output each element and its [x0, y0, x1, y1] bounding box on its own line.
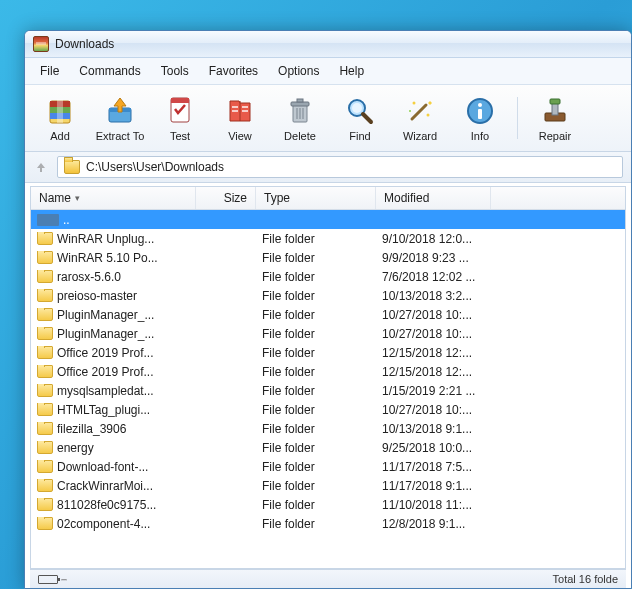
cell-modified: 7/6/2018 12:02 ...: [376, 270, 491, 284]
toolbar: AddExtract ToTestViewDeleteFindWizardInf…: [25, 85, 631, 152]
cell-name: WinRAR 5.10 Po...: [31, 251, 196, 265]
cell-modified: 9/25/2018 10:0...: [376, 441, 491, 455]
table-row[interactable]: PluginManager_...File folder10/27/2018 1…: [31, 305, 625, 324]
wizard-label: Wizard: [403, 130, 437, 142]
file-name: Office 2019 Prof...: [57, 365, 154, 379]
folder-icon: [37, 384, 53, 397]
folder-icon: [37, 460, 53, 473]
menu-options[interactable]: Options: [269, 61, 328, 81]
table-row[interactable]: Download-font-...File folder11/17/2018 7…: [31, 457, 625, 476]
svg-line-21: [363, 114, 371, 122]
cell-modified: 11/10/2018 11:...: [376, 498, 491, 512]
wizard-button[interactable]: Wizard: [393, 91, 447, 145]
menubar: File Commands Tools Favorites Options He…: [25, 58, 631, 85]
cell-type: File folder: [256, 460, 376, 474]
cell-name: ..: [31, 213, 196, 227]
svg-rect-11: [232, 110, 238, 112]
test-button[interactable]: Test: [153, 91, 207, 145]
file-name: 02component-4...: [57, 517, 150, 531]
info-button[interactable]: Info: [453, 91, 507, 145]
cell-type: File folder: [256, 289, 376, 303]
col-size[interactable]: Size: [196, 187, 256, 209]
cell-name: PluginManager_...: [31, 327, 196, 341]
table-row[interactable]: preioso-masterFile folder10/13/2018 3:2.…: [31, 286, 625, 305]
list-body[interactable]: ..WinRAR Unplug...File folder9/10/2018 1…: [31, 210, 625, 568]
folder-icon: [37, 270, 53, 283]
cell-type: File folder: [256, 422, 376, 436]
col-name[interactable]: Name ▾: [31, 187, 196, 209]
statusbar: ⎓ Total 16 folde: [30, 569, 626, 588]
table-row[interactable]: ..: [31, 210, 625, 229]
col-name-label: Name: [39, 191, 71, 205]
cell-modified: 10/13/2018 9:1...: [376, 422, 491, 436]
status-left: ⎓: [38, 574, 67, 585]
table-row[interactable]: 02component-4...File folder12/8/2018 9:1…: [31, 514, 625, 533]
find-button[interactable]: Find: [333, 91, 387, 145]
view-button[interactable]: View: [213, 91, 267, 145]
delete-button[interactable]: Delete: [273, 91, 327, 145]
winrar-icon: [33, 36, 49, 52]
svg-rect-8: [171, 98, 189, 103]
repair-button[interactable]: Repair: [528, 91, 582, 145]
address-box[interactable]: C:\Users\User\Downloads: [57, 156, 623, 178]
cell-name: PluginManager_...: [31, 308, 196, 322]
menu-help[interactable]: Help: [330, 61, 373, 81]
table-row[interactable]: PluginManager_...File folder10/27/2018 1…: [31, 324, 625, 343]
cell-name: Office 2019 Prof...: [31, 365, 196, 379]
svg-rect-28: [478, 109, 482, 119]
folder-icon: [37, 327, 53, 340]
table-row[interactable]: WinRAR Unplug...File folder9/10/2018 12:…: [31, 229, 625, 248]
up-arrow-icon[interactable]: [33, 159, 49, 175]
svg-point-24: [427, 113, 430, 116]
titlebar[interactable]: Downloads: [25, 31, 631, 58]
window-title: Downloads: [55, 37, 114, 51]
find-icon: [344, 95, 376, 127]
cell-modified: 11/17/2018 9:1...: [376, 479, 491, 493]
menu-file[interactable]: File: [31, 61, 68, 81]
cell-name: Office 2019 Prof...: [31, 346, 196, 360]
cell-name: 811028fe0c9175...: [31, 498, 196, 512]
table-row[interactable]: HTMLTag_plugi...File folder10/27/2018 10…: [31, 400, 625, 419]
table-row[interactable]: mysqlsampledat...File folder1/15/2019 2:…: [31, 381, 625, 400]
svg-rect-12: [242, 110, 248, 112]
table-row[interactable]: energyFile folder9/25/2018 10:0...: [31, 438, 625, 457]
cell-type: File folder: [256, 517, 376, 531]
folder-icon: [37, 517, 53, 530]
table-row[interactable]: rarosx-5.6.0File folder7/6/2018 12:02 ..…: [31, 267, 625, 286]
cell-type: File folder: [256, 346, 376, 360]
cell-modified: 1/15/2019 2:21 ...: [376, 384, 491, 398]
file-name: filezilla_3906: [57, 422, 126, 436]
svg-rect-9: [232, 106, 238, 108]
cell-modified: 10/27/2018 10:...: [376, 327, 491, 341]
table-row[interactable]: Office 2019 Prof...File folder12/15/2018…: [31, 343, 625, 362]
cell-name: rarosx-5.6.0: [31, 270, 196, 284]
extract-icon: [104, 95, 136, 127]
col-modified[interactable]: Modified: [376, 187, 491, 209]
test-label: Test: [170, 130, 190, 142]
table-row[interactable]: filezilla_3906File folder10/13/2018 9:1.…: [31, 419, 625, 438]
add-button[interactable]: Add: [33, 91, 87, 145]
col-type[interactable]: Type: [256, 187, 376, 209]
cell-type: File folder: [256, 384, 376, 398]
battery-icon: [38, 575, 58, 584]
menu-commands[interactable]: Commands: [70, 61, 149, 81]
addressbar: C:\Users\User\Downloads: [25, 152, 631, 183]
menu-tools[interactable]: Tools: [152, 61, 198, 81]
extract-button[interactable]: Extract To: [93, 91, 147, 145]
file-name: preioso-master: [57, 289, 137, 303]
table-row[interactable]: CrackWinrarMoi...File folder11/17/2018 9…: [31, 476, 625, 495]
folder-icon: [37, 251, 53, 264]
cell-modified: 9/9/2018 9:23 ...: [376, 251, 491, 265]
table-row[interactable]: WinRAR 5.10 Po...File folder9/9/2018 9:2…: [31, 248, 625, 267]
svg-rect-4: [57, 99, 63, 123]
folder-icon: [37, 365, 53, 378]
table-row[interactable]: 811028fe0c9175...File folder11/10/2018 1…: [31, 495, 625, 514]
cell-modified: 11/17/2018 7:5...: [376, 460, 491, 474]
add-label: Add: [50, 130, 70, 142]
col-size-label: Size: [224, 191, 247, 205]
menu-favorites[interactable]: Favorites: [200, 61, 267, 81]
path-text: C:\Users\User\Downloads: [86, 160, 224, 174]
cell-type: File folder: [256, 479, 376, 493]
col-mod-label: Modified: [384, 191, 429, 205]
table-row[interactable]: Office 2019 Prof...File folder12/15/2018…: [31, 362, 625, 381]
